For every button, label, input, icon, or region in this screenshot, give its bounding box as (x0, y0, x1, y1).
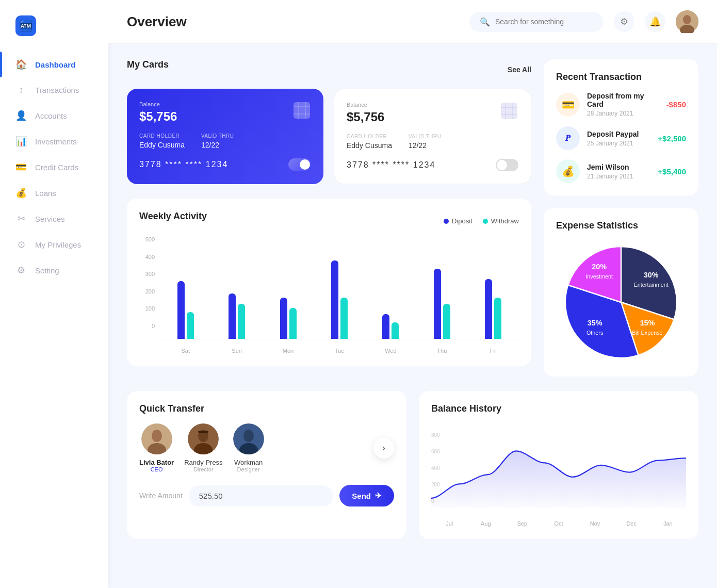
quick-transfer-section: Quick Transfer Livia Bator CEO (127, 391, 406, 539)
balance-x-label-sep: Sep (504, 520, 541, 527)
person-avatar-1 (141, 423, 172, 454)
balance-x-labels: JulAugSepOctNovDecJan (431, 520, 686, 527)
user-avatar[interactable] (676, 10, 698, 33)
txn-icon-1: 💳 (556, 93, 580, 117)
amount-input[interactable] (189, 485, 334, 507)
header-right: 🔍 ⚙ 🔔 (469, 10, 698, 33)
sidebar-item-setting[interactable]: ⚙ Setting (0, 257, 108, 283)
card-number-row-2: 3778 **** **** 1234 (347, 159, 518, 171)
pie-label-percent-bill-expense: 15% (640, 319, 655, 327)
bar-group-mon (263, 236, 314, 339)
svg-rect-12 (501, 114, 517, 115)
card-holder-label-1: CARD HOLDER (139, 133, 185, 139)
sidebar-item-label: My Privileges (35, 240, 81, 249)
pie-chart: 30%Entertainment15%Bill Expense35%Others… (559, 240, 683, 364)
person-avatar-2 (188, 423, 219, 454)
accounts-icon: 👤 (15, 110, 27, 121)
y-label-0: 0 (139, 323, 155, 329)
recent-transactions-title: Recent Transaction (556, 72, 686, 83)
line-chart-fill (431, 451, 686, 508)
transactions-icon: ↕ (15, 85, 27, 95)
txn-name-1: Deposit from my Card (587, 92, 659, 108)
sidebar-item-accounts[interactable]: 👤 Accounts (0, 103, 108, 128)
sidebar-item-label: Credit Cards (35, 163, 78, 172)
deposit-bar-4 (382, 314, 389, 339)
card-valid-group-1: VALID THRU 12/22 (201, 133, 234, 149)
top-row: My Cards See All (127, 59, 698, 379)
withdraw-bar-1 (238, 304, 245, 339)
legend-deposit-label: Diposit (452, 217, 472, 225)
line-chart: 8006004002000 (431, 423, 686, 516)
balance-x-label-aug: Aug (468, 520, 504, 527)
sidebar-item-dashboard[interactable]: 🏠 Dashboard (0, 52, 108, 77)
sidebar-item-my-privileges[interactable]: ⊙ My Privileges (0, 232, 108, 257)
bar-chart-container: 0 100 200 300 400 500 (139, 236, 519, 354)
svg-rect-7 (294, 113, 310, 115)
right-top-col: Recent Transaction 💳 Deposit from my Car… (544, 59, 698, 379)
main-grid: My Cards See All (108, 44, 717, 554)
person-1[interactable]: Livia Bator CEO (139, 423, 174, 472)
my-cards-header: My Cards See All (127, 59, 531, 79)
x-label-sun: Sun (211, 348, 262, 354)
card-valid-label-1: VALID THRU (201, 133, 234, 139)
card-number-row-1: 3778 **** **** 1234 (139, 158, 311, 171)
person-3[interactable]: Workman Designer (233, 423, 264, 472)
setting-icon: ⚙ (15, 265, 27, 276)
weekly-header: Weekly Activity Diposit Withdraw (139, 211, 519, 231)
left-top-col: My Cards See All (127, 59, 531, 379)
send-label: Send (352, 492, 371, 500)
balance-history-title: Balance History (431, 403, 686, 414)
balance-y-label-800: 800 (431, 432, 440, 438)
gear-icon: ⚙ (620, 16, 628, 27)
x-label-sat: Sat (160, 348, 211, 354)
sidebar-item-label: Services (35, 215, 65, 223)
card-valid-label-2: VALID THRU (409, 134, 442, 139)
sidebar-item-transactions[interactable]: ↕ Transactions (0, 77, 108, 103)
chart-legend: Diposit Withdraw (444, 217, 519, 225)
person-name-3: Workman (233, 459, 264, 466)
page-title: Overview (127, 14, 187, 30)
loans-icon: 💰 (15, 187, 27, 199)
pie-label-name-others: Others (586, 330, 604, 336)
x-label-mon: Mon (263, 348, 314, 354)
sidebar-item-loans[interactable]: 💰 Loans (0, 180, 108, 206)
settings-button[interactable]: ⚙ (614, 11, 634, 32)
card-toggle-1[interactable] (288, 158, 311, 171)
send-button[interactable]: Send ✈ (339, 485, 394, 507)
x-label-tue: Tue (314, 348, 365, 354)
balance-x-label-nov: Nov (577, 520, 613, 527)
see-all-button[interactable]: See All (508, 66, 531, 74)
toggle-knob-2 (497, 160, 507, 170)
card-valid-value-2: 12/22 (409, 141, 442, 150)
balance-x-label-jan: Jan (649, 520, 686, 527)
sidebar-item-services[interactable]: ✂ Services (0, 206, 108, 232)
x-label-thu: Thu (416, 348, 467, 354)
next-person-button[interactable]: › (373, 438, 394, 459)
svg-point-14 (152, 430, 162, 442)
cards-row: Balance $5,756 CARD HOLDER Eddy Cusuma V… (127, 89, 531, 184)
search-input[interactable] (495, 18, 593, 26)
person-2[interactable]: Randy Press Director (184, 423, 222, 472)
y-label-200: 200 (139, 288, 155, 295)
sidebar: 🏧 🏠 Dashboard ↕ Transactions 👤 Accounts … (0, 0, 108, 588)
deposit-bar-5 (434, 269, 441, 339)
sidebar-item-label: Dashboard (35, 60, 75, 69)
expense-statistics-section: Expense Statistics 30%Entertainment15%Bi… (544, 208, 698, 377)
notifications-button[interactable]: 🔔 (645, 11, 665, 32)
card-info-row-2: CARD HOLDER Eddy Cusuma VALID THRU 12/22 (347, 134, 518, 150)
legend-withdraw-label: Withdraw (491, 217, 519, 225)
withdraw-bar-0 (187, 312, 194, 339)
txn-icon-3: 💰 (556, 159, 580, 183)
card-toggle-2[interactable] (496, 159, 518, 171)
y-label-100: 100 (139, 305, 155, 312)
transaction-item-3: 💰 Jemi Wilson 21 January 2021 +$5,400 (556, 159, 686, 183)
avatar-image (676, 10, 698, 33)
txn-date-3: 21 January 2021 (587, 173, 650, 180)
sidebar-item-credit-cards[interactable]: 💳 Credit Cards (0, 154, 108, 180)
search-bar[interactable]: 🔍 (469, 12, 604, 32)
sidebar-item-investments[interactable]: 📊 Investments (0, 128, 108, 154)
txn-name-2: Deposit Paypal (587, 130, 650, 138)
balance-x-label-jul: Jul (431, 520, 468, 527)
person-name-2: Randy Press (184, 459, 222, 466)
withdraw-bar-3 (340, 298, 348, 339)
